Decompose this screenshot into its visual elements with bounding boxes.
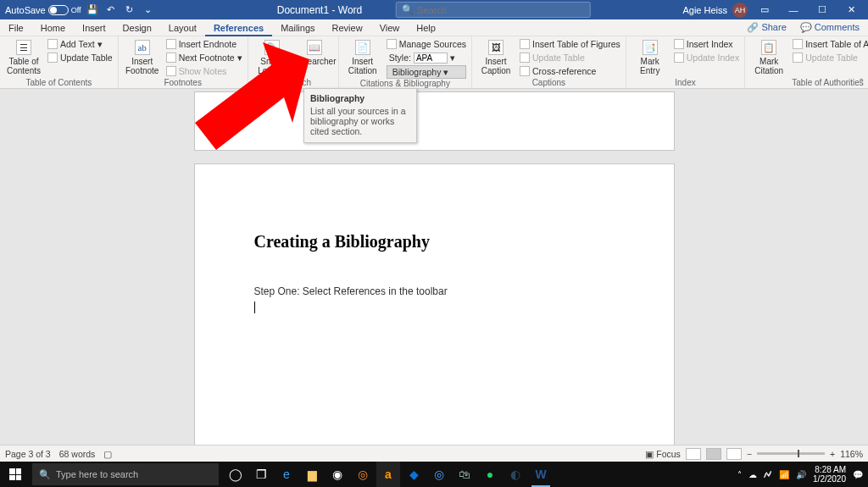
spotify-icon[interactable]: ●	[478, 462, 502, 487]
charging-icon[interactable]: 🗲	[764, 470, 772, 479]
windows-taskbar: 🔍 Type here to search ◯ ❐ e ▆ ◉ ◎ a ◆ ◎ …	[0, 462, 868, 487]
style-value[interactable]	[414, 53, 448, 64]
taskbar-clock[interactable]: 8:28 AM 1/2/2020	[813, 465, 846, 484]
tab-review[interactable]: Review	[324, 19, 371, 36]
explorer-icon[interactable]: ▆	[300, 462, 324, 487]
mark-entry-button[interactable]: 📑 Mark Entry	[632, 38, 669, 78]
smart-lookup-icon: 🔍	[264, 40, 280, 55]
toc-icon: ☰	[16, 40, 31, 55]
insert-caption-button[interactable]: 🖼 Insert Caption	[477, 38, 515, 78]
zoom-out-button[interactable]: −	[747, 449, 752, 459]
table-of-contents-button[interactable]: ☰ Table of Contents	[5, 38, 42, 78]
edge-icon[interactable]: e	[275, 462, 298, 487]
insert-toa-icon	[793, 39, 803, 49]
zoom-percent[interactable]: 116%	[840, 449, 863, 459]
focus-mode-button[interactable]: ▣ Focus	[645, 449, 681, 459]
web-layout-button[interactable]	[726, 448, 742, 460]
print-layout-button[interactable]	[706, 448, 721, 460]
group-label: Footnotes	[124, 78, 242, 88]
chrome-icon[interactable]: ◉	[326, 462, 349, 487]
read-mode-button[interactable]	[686, 448, 701, 460]
status-bar: Page 3 of 3 68 words ▢ ▣ Focus − + 116%	[0, 445, 868, 462]
tab-insert[interactable]: Insert	[74, 19, 114, 36]
insert-index-button[interactable]: Insert Index	[674, 38, 739, 50]
user-avatar[interactable]: AH	[732, 3, 748, 18]
notifications-icon[interactable]: 💬	[853, 470, 863, 479]
cortana-icon[interactable]: ◯	[224, 462, 248, 487]
insert-table-figures-button[interactable]: Insert Table of Figures	[520, 38, 620, 50]
add-text-icon	[47, 39, 58, 49]
text-cursor-line[interactable]	[254, 301, 615, 313]
pages: Creating a Bibliography Step One: Select…	[194, 91, 675, 459]
search-input[interactable]	[417, 5, 585, 15]
toggle-pill[interactable]	[48, 5, 69, 15]
title-right: Agie Heiss AH ▭ — ☐ ✕	[682, 0, 868, 19]
tell-me-search[interactable]: 🔍	[396, 2, 591, 18]
update-toa-icon	[793, 53, 803, 63]
update-index-button: Update Index	[674, 52, 739, 64]
bibliography-button[interactable]: Bibliography ▾	[387, 65, 466, 79]
tab-view[interactable]: View	[371, 19, 409, 36]
autosave-toggle[interactable]: AutoSave Off	[5, 5, 81, 15]
manage-sources-button[interactable]: Manage Sources	[387, 38, 466, 50]
cross-reference-button[interactable]: Cross-reference	[520, 65, 620, 77]
add-text-button[interactable]: Add Text ▾	[47, 38, 113, 50]
task-view-icon[interactable]: ❐	[249, 462, 273, 487]
steam-icon[interactable]: ◐	[504, 462, 527, 487]
update-toc-icon	[47, 53, 58, 63]
insert-endnote-button[interactable]: Insert Endnote	[166, 38, 242, 50]
amazon-icon[interactable]: a	[376, 462, 400, 487]
dropbox-icon[interactable]: ◆	[402, 462, 426, 487]
firefox-icon[interactable]: ◎	[351, 462, 375, 487]
comments-button[interactable]: 💬 Comments	[795, 22, 865, 33]
taskbar-search[interactable]: 🔍 Type here to search	[32, 463, 219, 485]
tab-home[interactable]: Home	[32, 19, 74, 36]
wifi-icon[interactable]: 📶	[779, 470, 789, 479]
firefox-dev-icon[interactable]: ◎	[427, 462, 451, 487]
zoom-slider[interactable]	[757, 452, 825, 455]
tab-references[interactable]: References	[205, 19, 272, 36]
researcher-button[interactable]: 📖 Researcher	[296, 38, 333, 78]
save-icon[interactable]: 💾	[85, 3, 100, 18]
autosave-state: Off	[71, 6, 81, 14]
tab-help[interactable]: Help	[408, 19, 444, 36]
store-icon[interactable]: 🛍	[453, 462, 476, 487]
next-footnote-button[interactable]: Next Footnote ▾	[166, 52, 242, 64]
tab-mailings[interactable]: Mailings	[272, 19, 323, 36]
onedrive-icon[interactable]: ☁	[748, 470, 757, 479]
tab-design[interactable]: Design	[114, 19, 160, 36]
show-notes-button: Show Notes	[166, 65, 242, 77]
word-count[interactable]: 68 words	[59, 449, 96, 459]
page-current[interactable]: Creating a Bibliography Step One: Select…	[194, 163, 675, 459]
insert-toa-button[interactable]: Insert Table of Authorities	[793, 38, 868, 50]
maximize-icon[interactable]: ☐	[810, 0, 834, 19]
volume-icon[interactable]: 🔊	[796, 470, 806, 479]
undo-icon[interactable]: ↶	[103, 3, 119, 18]
tab-layout[interactable]: Layout	[160, 19, 205, 36]
collapse-ribbon-icon[interactable]: ⌃	[858, 77, 865, 86]
spell-check-icon[interactable]: ▢	[103, 449, 112, 459]
customize-qat-icon[interactable]: ⌄	[141, 3, 156, 18]
ribbon-display-options-icon[interactable]: ▭	[753, 0, 776, 19]
tray-expand-icon[interactable]: ˄	[737, 470, 742, 479]
minimize-icon[interactable]: —	[782, 0, 805, 19]
share-button[interactable]: 🔗 Share	[742, 22, 791, 33]
zoom-in-button[interactable]: +	[830, 449, 835, 459]
group-label: Table of Authorities	[750, 78, 868, 88]
user-name: Agie Heiss	[682, 5, 727, 15]
style-combo[interactable]: Style: ▾	[387, 52, 466, 64]
task-icons: ◯ ❐ e ▆ ◉ ◎ a ◆ ◎ 🛍 ● ◐ W	[224, 462, 553, 487]
insert-citation-button[interactable]: 📄 Insert Citation	[344, 38, 381, 79]
close-icon[interactable]: ✕	[839, 0, 863, 19]
tab-file[interactable]: File	[0, 19, 32, 36]
start-button[interactable]	[0, 462, 31, 487]
ribbon: ☰ Table of Contents Add Text ▾ Update Ta…	[0, 36, 868, 89]
word-icon[interactable]: W	[529, 462, 553, 487]
document-workspace[interactable]: Creating a Bibliography Step One: Select…	[0, 89, 868, 459]
page-info[interactable]: Page 3 of 3	[5, 449, 51, 459]
redo-icon[interactable]: ↻	[122, 3, 137, 18]
mark-citation-button[interactable]: 📋 Mark Citation	[750, 38, 787, 78]
insert-footnote-button[interactable]: ab Insert Footnote	[124, 38, 161, 78]
smart-lookup-button[interactable]: 🔍 Smart Lookup	[253, 38, 291, 78]
update-table-button[interactable]: Update Table	[47, 52, 113, 64]
